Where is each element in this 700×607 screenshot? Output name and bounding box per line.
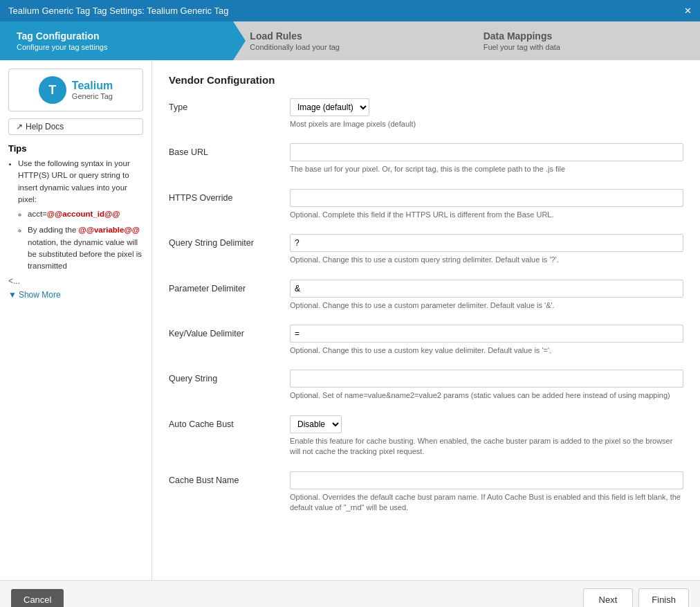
query-string-delimiter-input[interactable]: [290, 234, 683, 252]
field-row-https-override: HTTPS Override Optional. Complete this f…: [169, 189, 683, 220]
query-string-delimiter-help: Optional. Change this to use a custom qu…: [290, 255, 683, 265]
field-label-https-override: HTTPS Override: [169, 189, 290, 203]
field-cache-bust-name: Optional. Overrides the default cache bu…: [290, 471, 683, 514]
step-tag-config-subtitle: Configure your tag settings: [17, 43, 217, 51]
field-row-query-string: Query String Optional. Set of name=value…: [169, 370, 683, 401]
base-url-input[interactable]: [290, 143, 683, 161]
field-label-cache-bust-name: Cache Bust Name: [169, 471, 290, 485]
parameter-delimiter-input[interactable]: [290, 280, 683, 298]
field-https-override: Optional. Complete this field if the HTT…: [290, 189, 683, 220]
field-row-base-url: Base URL The base url for your pixel. Or…: [169, 143, 683, 174]
field-row-key-value-delimiter: Key/Value Delimiter Optional. Change thi…: [169, 325, 683, 356]
field-parameter-delimiter: Optional. Change this to use a custom pa…: [290, 280, 683, 311]
base-url-help: The base url for your pixel. Or, for scr…: [290, 164, 683, 174]
next-button[interactable]: Next: [583, 588, 634, 607]
tip-item-1: Use the following syntax in your HTTP(S)…: [18, 158, 143, 272]
tealium-icon: T: [39, 76, 66, 104]
field-row-cache-bust-name: Cache Bust Name Optional. Overrides the …: [169, 471, 683, 514]
tips-title: Tips: [8, 143, 143, 154]
step-tag-config-title: Tag Configuration: [17, 30, 217, 42]
brand-name: Tealium: [72, 80, 113, 92]
field-type: Image (default) Script Most pixels are I…: [290, 98, 683, 129]
field-row-parameter-delimiter: Parameter Delimiter Optional. Change thi…: [169, 280, 683, 311]
query-string-help: Optional. Set of name=value&name2=value2…: [290, 390, 683, 401]
step-load-rules[interactable]: Load Rules Conditionally load your tag: [233, 21, 466, 60]
field-query-string: Optional. Set of name=value&name2=value2…: [290, 370, 683, 401]
help-docs-button[interactable]: ↗ Help Docs: [8, 118, 143, 135]
field-label-parameter-delimiter: Parameter Delimiter: [169, 280, 290, 293]
show-more-label: Show More: [19, 290, 61, 300]
https-override-help: Optional. Complete this field if the HTT…: [290, 210, 683, 220]
query-string-input[interactable]: [290, 370, 683, 388]
title-bar: Tealium Generic Tag Tag Settings: Tealiu…: [0, 0, 700, 21]
content-area: Vendor Configuration Type Image (default…: [152, 60, 700, 580]
field-base-url: The base url for your pixel. Or, for scr…: [290, 143, 683, 174]
field-row-type: Type Image (default) Script Most pixels …: [169, 98, 683, 129]
type-help: Most pixels are Image pixels (default): [290, 119, 683, 129]
field-row-query-string-delimiter: Query String Delimiter Optional. Change …: [169, 234, 683, 265]
type-select[interactable]: Image (default) Script: [290, 98, 369, 116]
field-label-query-string: Query String: [169, 370, 290, 383]
wizard-steps: Tag Configuration Configure your tag set…: [0, 21, 700, 60]
field-label-query-string-delimiter: Query String Delimiter: [169, 234, 290, 248]
brand-sub: Generic Tag: [72, 92, 113, 100]
finish-button[interactable]: Finish: [638, 588, 689, 607]
close-icon[interactable]: ✕: [684, 6, 692, 16]
tips-list: Use the following syntax in your HTTP(S)…: [8, 158, 143, 272]
chevron-down-icon: ▼: [8, 290, 17, 300]
show-more-button[interactable]: ▼ Show More: [8, 290, 61, 300]
step-load-rules-title: Load Rules: [250, 30, 450, 42]
key-value-delimiter-help: Optional. Change this to use a custom ke…: [290, 345, 683, 356]
auto-cache-bust-help: Enable this feature for cache busting. W…: [290, 436, 683, 457]
external-link-icon: ↗: [16, 122, 23, 132]
field-query-string-delimiter: Optional. Change this to use a custom qu…: [290, 234, 683, 265]
field-key-value-delimiter: Optional. Change this to use a custom ke…: [290, 325, 683, 356]
field-label-key-value-delimiter: Key/Value Delimiter: [169, 325, 290, 338]
field-row-auto-cache-bust: Auto Cache Bust Disable Enable Enable th…: [169, 415, 683, 457]
step-data-mappings-title: Data Mappings: [483, 30, 683, 42]
step-data-mappings[interactable]: Data Mappings Fuel your tag with data: [467, 21, 700, 60]
main-layout: T Tealium Generic Tag ↗ Help Docs Tips U…: [0, 60, 700, 580]
cache-bust-name-input[interactable]: [290, 471, 683, 489]
section-title: Vendor Configuration: [169, 74, 683, 86]
tip-item-3: By adding the @@variable@@ notation, the…: [28, 224, 143, 272]
auto-cache-bust-select[interactable]: Disable Enable: [290, 415, 342, 433]
tip-item-2: acct=@@account_id@@: [28, 208, 143, 220]
https-override-input[interactable]: [290, 189, 683, 207]
field-auto-cache-bust: Disable Enable Enable this feature for c…: [290, 415, 683, 457]
key-value-delimiter-input[interactable]: [290, 325, 683, 343]
field-label-auto-cache-bust: Auto Cache Bust: [169, 415, 290, 429]
ellipsis-text: <...: [8, 276, 143, 286]
step-data-mappings-subtitle: Fuel your tag with data: [483, 43, 683, 51]
field-label-type: Type: [169, 98, 290, 112]
step-tag-config[interactable]: Tag Configuration Configure your tag set…: [0, 21, 233, 60]
cache-bust-name-help: Optional. Overrides the default cache bu…: [290, 492, 683, 514]
field-label-base-url: Base URL: [169, 143, 290, 157]
tips-section: Tips Use the following syntax in your HT…: [8, 143, 143, 300]
footer: Cancel Next Finish: [0, 580, 700, 607]
cancel-button[interactable]: Cancel: [11, 589, 64, 607]
step-load-rules-subtitle: Conditionally load your tag: [250, 43, 450, 51]
parameter-delimiter-help: Optional. Change this to use a custom pa…: [290, 300, 683, 311]
dialog-title: Tealium Generic Tag Tag Settings: Tealiu…: [8, 6, 228, 16]
sidebar: T Tealium Generic Tag ↗ Help Docs Tips U…: [0, 60, 152, 580]
logo-box: T Tealium Generic Tag: [8, 69, 143, 111]
help-docs-label: Help Docs: [26, 122, 64, 132]
